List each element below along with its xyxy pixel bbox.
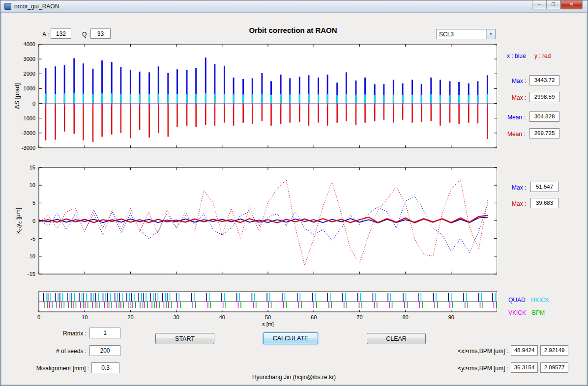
start-button[interactable]: START <box>155 333 214 344</box>
window-buttons: – ❐ ✕ <box>532 0 583 9</box>
section-dropdown-value: SCL3 <box>437 31 486 38</box>
svg-text:-10: -10 <box>28 253 35 259</box>
legend-x-blue: x : blue <box>507 53 526 59</box>
svg-text:ΔS [μrad]: ΔS [μrad] <box>14 83 21 109</box>
svg-text:-5: -5 <box>30 236 35 242</box>
yrms-label: <y>rms,BPM [um] : <box>428 365 508 372</box>
svg-text:5: 5 <box>32 200 35 206</box>
rmatrix-input[interactable] <box>89 328 120 338</box>
chevron-down-icon[interactable]: ▼ <box>486 29 495 39</box>
svg-text:-15: -15 <box>28 271 35 277</box>
yrms-value-1: 36.3154 <box>511 362 538 373</box>
svg-text:90: 90 <box>448 314 454 320</box>
svg-text:0: 0 <box>32 101 35 107</box>
svg-text:1000: 1000 <box>24 85 35 91</box>
seeds-input[interactable] <box>89 345 120 356</box>
max-y-kick-label: Max : <box>512 94 526 101</box>
svg-text:20: 20 <box>127 314 133 320</box>
svg-text:10: 10 <box>82 314 88 320</box>
clear-button[interactable]: CLEAR <box>367 333 426 344</box>
calculate-button[interactable]: CALCULATE <box>263 332 318 344</box>
xrms-value-2: 2.92149 <box>540 345 568 356</box>
mean-y-kick-value: 269.725 <box>529 128 559 138</box>
legend-bpm: BPM <box>532 309 545 316</box>
max-x-kick-value: 3443.72 <box>529 75 559 85</box>
page-title: Orbit correction at RAON <box>197 26 389 34</box>
kick-strength-chart: 40003000200010000-1000-2000-3000ΔS [μrad… <box>9 40 497 153</box>
svg-text:-3000: -3000 <box>22 145 35 151</box>
svg-text:2000: 2000 <box>24 71 35 77</box>
max-x-orbit-value: 51.547 <box>530 182 559 192</box>
section-dropdown[interactable]: SCL3 ▼ <box>436 29 496 39</box>
seeds-label: # of seeds : <box>10 348 87 355</box>
max-y-orbit-label: Max : <box>512 200 526 207</box>
rmatrix-label: Rmatrix : <box>10 330 87 337</box>
svg-text:50: 50 <box>265 314 271 320</box>
xrms-value-1: 48.9424 <box>511 345 538 356</box>
maximize-button[interactable]: ❐ <box>546 0 560 9</box>
max-y-orbit-value: 39.683 <box>530 198 559 208</box>
window-title: orcor_gui_RAON <box>14 3 59 10</box>
svg-text:70: 70 <box>356 314 362 320</box>
svg-text:3000: 3000 <box>24 56 35 62</box>
app-icon <box>4 3 11 10</box>
svg-text:15: 15 <box>29 165 35 170</box>
mean-x-kick-value: 304.828 <box>529 111 559 122</box>
max-x-orbit-label: Max : <box>512 184 526 191</box>
svg-text:80: 80 <box>402 314 408 320</box>
svg-text:-1000: -1000 <box>22 115 35 121</box>
yrms-value-2: 2.09577 <box>540 362 568 373</box>
svg-text:30: 30 <box>173 314 179 320</box>
misalignment-label: Misalignment [mm] : <box>10 365 89 372</box>
mean-y-kick-label: Mean : <box>507 131 526 138</box>
titlebar: orcor_gui_RAON – ❐ ✕ <box>0 0 588 13</box>
q-label: Q : <box>82 31 90 38</box>
max-x-kick-label: Max : <box>512 78 526 84</box>
svg-text:s [m]: s [m] <box>262 321 274 327</box>
legend-quad: QUAD <box>508 297 526 303</box>
svg-text:4000: 4000 <box>24 41 35 47</box>
a-label: A : <box>42 31 49 38</box>
app-window: orcor_gui_RAON – ❐ ✕ A : Q : Orbit corre… <box>0 0 588 386</box>
legend-y-red: y : red <box>534 53 551 59</box>
svg-text:40: 40 <box>219 314 225 320</box>
minimize-button[interactable]: – <box>532 0 546 9</box>
lattice-chart: 0102030405060708090s [m] <box>9 287 497 330</box>
q-input[interactable] <box>90 28 111 39</box>
svg-text:-2000: -2000 <box>22 130 35 136</box>
close-button[interactable]: ✕ <box>560 0 583 9</box>
svg-text:0: 0 <box>37 314 40 320</box>
legend-vkick: VKICK <box>508 309 526 316</box>
svg-text:10: 10 <box>29 182 35 188</box>
a-input[interactable] <box>51 28 71 39</box>
max-y-kick-value: 2998.59 <box>529 92 559 102</box>
svg-text:0: 0 <box>32 218 35 224</box>
svg-text:60: 60 <box>311 314 317 320</box>
xrms-label: <x>rms,BPM [um] : <box>428 348 508 355</box>
mean-x-kick-label: Mean : <box>507 114 526 121</box>
footer-credit: Hyunchang Jin (hcjin@ibs.re.kr) <box>0 374 588 381</box>
svg-text:xc,yc [μm]: xc,yc [μm] <box>15 208 23 234</box>
misalignment-input[interactable] <box>91 362 119 373</box>
legend-hkick: HKICK <box>531 297 549 303</box>
orbit-chart: 151050-5-10-15xc,yc [μm] <box>9 164 497 278</box>
